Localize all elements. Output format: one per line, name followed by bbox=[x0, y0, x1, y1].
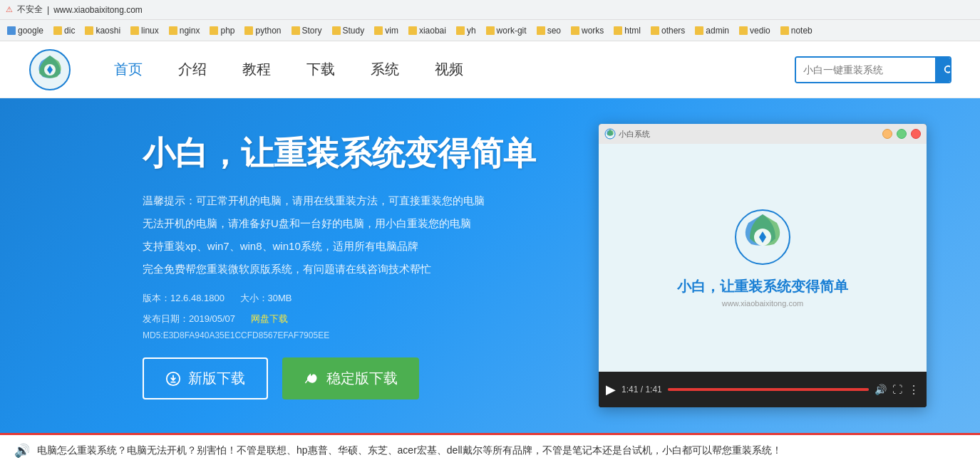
video-window-controls bbox=[882, 129, 921, 139]
video-screen-url: www.xiaobaixitong.com bbox=[722, 299, 803, 308]
search-icon bbox=[942, 63, 951, 76]
bookmark-item-admin[interactable]: admin bbox=[691, 24, 733, 37]
stable-version-button[interactable]: 稳定版下载 bbox=[282, 357, 419, 399]
nav-item-系统[interactable]: 系统 bbox=[371, 60, 399, 79]
size-value: 30MB bbox=[268, 293, 292, 303]
bookmark-icon bbox=[486, 26, 495, 35]
more-options-button[interactable]: ⋮ bbox=[908, 383, 919, 397]
bookmark-label: kaoshi bbox=[96, 26, 120, 36]
hero-section: 小白，让重装系统变得简单 温馨提示：可正常开机的电脑，请用在线重装方法，可直接重… bbox=[0, 98, 980, 433]
nav-item-首页[interactable]: 首页 bbox=[114, 60, 143, 79]
video-panel: 小白系统 小白，让重装系统变得简单 www.xiaobaixitong.com … bbox=[599, 124, 927, 407]
bookmark-icon bbox=[169, 26, 177, 35]
video-window-title: 小白系统 bbox=[619, 129, 650, 140]
bookmark-item-linux[interactable]: linux bbox=[126, 24, 163, 37]
bookmark-label: work-git bbox=[497, 26, 527, 36]
bookmark-label: works bbox=[582, 26, 604, 36]
bookmark-item-nginx[interactable]: nginx bbox=[165, 24, 205, 37]
version-label: 版本： bbox=[143, 293, 170, 303]
maximize-button[interactable] bbox=[897, 129, 907, 139]
bookmark-item-seo[interactable]: seo bbox=[532, 24, 565, 37]
bookmark-icon bbox=[739, 26, 748, 35]
minimize-button[interactable] bbox=[882, 129, 892, 139]
bookmark-item-html[interactable]: html bbox=[609, 24, 645, 37]
video-progress-fill bbox=[668, 388, 869, 391]
bookmark-icon bbox=[7, 26, 16, 35]
nav-item-教程[interactable]: 教程 bbox=[242, 60, 271, 79]
bookmark-label: noteb bbox=[791, 26, 813, 36]
bookmark-label: php bbox=[220, 26, 234, 36]
video-time: 1:41 / 1:41 bbox=[621, 385, 662, 394]
bookmark-item-story[interactable]: Story bbox=[287, 24, 326, 37]
search-button[interactable] bbox=[935, 58, 951, 82]
bookmark-label: vedio bbox=[750, 26, 770, 36]
ticker-text: 电脑怎么重装系统？电脑无法开机？别害怕！不管是联想、hp惠普、华硕、东芝、ace… bbox=[37, 444, 782, 457]
bookmark-label: html bbox=[624, 26, 641, 36]
bookmark-icon bbox=[614, 26, 622, 35]
volume-button[interactable]: 🔊 bbox=[875, 384, 887, 395]
bookmark-label: Story bbox=[302, 26, 322, 36]
bookmark-icon bbox=[456, 26, 465, 35]
video-progress[interactable] bbox=[668, 388, 869, 391]
bookmark-label: seo bbox=[547, 26, 561, 36]
url-separator: | bbox=[47, 5, 49, 15]
logo[interactable] bbox=[29, 48, 71, 91]
video-screen-title: 小白，让重装系统变得简单 bbox=[677, 277, 848, 296]
bookmark-item-others[interactable]: others bbox=[646, 24, 689, 37]
bookmark-icon bbox=[292, 26, 300, 35]
security-icon: ⚠ bbox=[6, 5, 13, 14]
size-label: 大小： bbox=[240, 293, 268, 303]
video-screen-logo bbox=[734, 209, 791, 266]
play-button[interactable]: ▶ bbox=[606, 382, 616, 397]
bookmark-label: linux bbox=[141, 26, 159, 36]
close-button[interactable] bbox=[911, 129, 921, 139]
bookmark-item-works[interactable]: works bbox=[567, 24, 608, 37]
bird-icon bbox=[304, 371, 319, 387]
bookmark-icon bbox=[85, 26, 93, 35]
bookmark-icon bbox=[130, 26, 139, 35]
bookmark-item-google[interactable]: google bbox=[3, 24, 48, 37]
bookmark-label: others bbox=[661, 26, 685, 36]
bookmark-icon bbox=[571, 26, 579, 35]
bookmark-item-php[interactable]: php bbox=[205, 24, 239, 37]
hero-desc-line: 完全免费帮您重装微软原版系统，有问题请在线咨询技术帮忙 bbox=[143, 258, 556, 280]
nav-item-下载[interactable]: 下载 bbox=[306, 60, 335, 79]
main-nav: 首页介绍教程下载系统视频 bbox=[114, 60, 795, 79]
bookmark-item-yh[interactable]: yh bbox=[452, 24, 480, 37]
fullscreen-button[interactable]: ⛶ bbox=[892, 384, 902, 395]
browser-bar: ⚠ 不安全 | www.xiaobaixitong.com bbox=[0, 0, 980, 20]
new-version-button[interactable]: 新版下载 bbox=[143, 357, 268, 399]
hero-desc-line: 温馨提示：可正常开机的电脑，请用在线重装方法，可直接重装您的电脑 bbox=[143, 190, 556, 211]
bookmark-item-xiaobai[interactable]: xiaobai bbox=[404, 24, 450, 37]
bookmark-item-noteb[interactable]: noteb bbox=[776, 24, 817, 37]
netdisk-link[interactable]: 网盘下载 bbox=[251, 313, 288, 324]
hero-description: 温馨提示：可正常开机的电脑，请用在线重装方法，可直接重装您的电脑无法开机的电脑，… bbox=[143, 190, 556, 280]
bookmark-icon bbox=[408, 26, 417, 35]
video-top-bar: 小白系统 bbox=[599, 124, 927, 144]
video-title-bar: 小白系统 bbox=[604, 128, 650, 140]
bookmark-item-work-git[interactable]: work-git bbox=[482, 24, 531, 37]
nav-item-介绍[interactable]: 介绍 bbox=[178, 60, 207, 79]
bookmark-label: xiaobai bbox=[419, 26, 446, 36]
video-screen: 小白，让重装系统变得简单 www.xiaobaixitong.com bbox=[599, 144, 927, 372]
search-input[interactable] bbox=[796, 58, 935, 82]
hero-buttons: 新版下载 稳定版下载 bbox=[143, 357, 556, 399]
new-version-label: 新版下载 bbox=[188, 369, 245, 388]
date-value: 2019/05/07 bbox=[189, 313, 235, 324]
bookmark-icon bbox=[210, 26, 218, 35]
speaker-icon: 🔊 bbox=[14, 443, 30, 459]
bookmark-label: google bbox=[18, 26, 43, 36]
bookmark-icon bbox=[332, 26, 341, 35]
bookmark-item-vim[interactable]: vim bbox=[370, 24, 403, 37]
bookmark-item-vedio[interactable]: vedio bbox=[735, 24, 775, 37]
bookmark-item-dic[interactable]: dic bbox=[49, 24, 79, 37]
bookmark-label: admin bbox=[706, 26, 729, 36]
bookmark-item-python[interactable]: python bbox=[240, 24, 285, 37]
bookmark-item-study[interactable]: Study bbox=[328, 24, 369, 37]
bookmarks-bar: googledickaoshilinuxnginxphppythonStoryS… bbox=[0, 20, 980, 41]
hero-desc-line: 支持重装xp、win7、win8、win10系统，适用所有电脑品牌 bbox=[143, 236, 556, 257]
bookmark-icon bbox=[651, 26, 659, 35]
bookmark-item-kaoshi[interactable]: kaoshi bbox=[81, 24, 125, 37]
bookmark-icon bbox=[244, 26, 253, 35]
nav-item-视频[interactable]: 视频 bbox=[435, 60, 463, 79]
